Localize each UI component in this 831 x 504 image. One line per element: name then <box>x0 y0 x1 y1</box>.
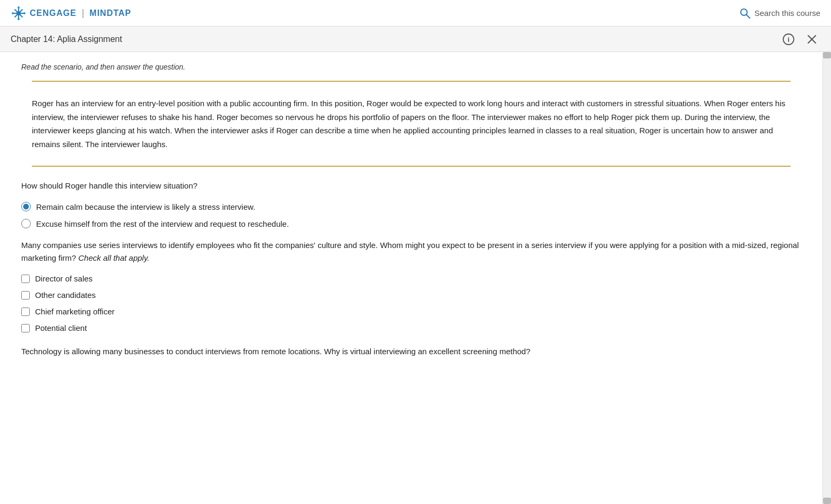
question-1-section: How should Roger handle this interview s… <box>21 180 801 228</box>
checkbox-option-1[interactable]: Director of sales <box>21 274 801 283</box>
logo-area: CENGAGE | MINDTAP <box>11 5 131 21</box>
cengage-text: CENGAGE <box>30 8 76 18</box>
top-divider <box>32 81 791 82</box>
question-1-text: How should Roger handle this interview s… <box>21 180 801 192</box>
checkbox-label-2: Other candidates <box>35 291 96 300</box>
checkbox-label-3: Chief marketing officer <box>35 307 115 316</box>
checkbox-label-1: Director of sales <box>35 274 92 283</box>
checkbox-input-4[interactable] <box>21 324 30 332</box>
svg-point-9 <box>741 9 747 15</box>
question-2-section: Many companies use series interviews to … <box>21 239 801 332</box>
close-button[interactable] <box>803 31 820 48</box>
info-icon: i <box>783 33 794 45</box>
scroll-content[interactable]: Read the scenario, and then answer the q… <box>0 52 823 504</box>
search-area[interactable]: Search this course <box>740 8 820 19</box>
radio-input-2[interactable] <box>21 219 31 228</box>
chapter-title: Chapter 14: Aplia Assignment <box>11 35 122 44</box>
intro-text: Read the scenario, and then answer the q… <box>21 63 801 71</box>
top-navigation: CENGAGE | MINDTAP Search this course <box>0 0 831 27</box>
search-icon <box>740 8 750 19</box>
checkbox-option-3[interactable]: Chief marketing officer <box>21 307 801 316</box>
svg-point-6 <box>18 18 20 20</box>
scrollbar-track[interactable] <box>823 52 831 504</box>
bottom-divider <box>32 166 791 167</box>
checkbox-label-4: Potential client <box>35 323 87 332</box>
svg-point-5 <box>18 6 20 8</box>
search-text[interactable]: Search this course <box>755 8 820 18</box>
svg-line-10 <box>747 15 750 18</box>
scenario-box: Roger has an interview for an entry-leve… <box>32 81 791 167</box>
cengage-logo: CENGAGE | MINDTAP <box>11 5 131 21</box>
radio-option-1[interactable]: Remain calm because the interview is lik… <box>21 202 801 211</box>
scrollbar-thumb-up[interactable] <box>823 52 831 58</box>
radio-label-2: Excuse himself from the rest of the inte… <box>36 219 289 228</box>
bottom-text: Technology is allowing many businesses t… <box>21 345 801 358</box>
radio-option-2[interactable]: Excuse himself from the rest of the inte… <box>21 219 801 228</box>
question-2-emphasis: Check all that apply. <box>79 253 150 262</box>
checkbox-option-2[interactable]: Other candidates <box>21 291 801 300</box>
checkbox-input-2[interactable] <box>21 291 30 300</box>
checkbox-option-4[interactable]: Potential client <box>21 323 801 332</box>
checkbox-input-1[interactable] <box>21 275 30 283</box>
question-2-text: Many companies use series interviews to … <box>21 239 801 264</box>
cengage-icon <box>11 5 27 21</box>
scrollbar-thumb-down[interactable] <box>823 498 831 504</box>
chapter-bar: Chapter 14: Aplia Assignment i <box>0 27 831 52</box>
chapter-bar-actions: i <box>780 31 820 48</box>
logo-separator: | <box>82 7 84 19</box>
main-content: Read the scenario, and then answer the q… <box>0 52 831 504</box>
mindtap-text: MINDTAP <box>90 8 132 18</box>
svg-text:i: i <box>787 36 790 44</box>
svg-point-7 <box>12 12 14 14</box>
close-icon <box>807 34 817 45</box>
scenario-text: Roger has an interview for an entry-leve… <box>32 90 791 157</box>
svg-point-8 <box>23 12 25 14</box>
radio-input-1[interactable] <box>21 202 31 211</box>
radio-label-1: Remain calm because the interview is lik… <box>36 202 255 211</box>
checkbox-input-3[interactable] <box>21 307 30 316</box>
info-button[interactable]: i <box>780 31 797 48</box>
